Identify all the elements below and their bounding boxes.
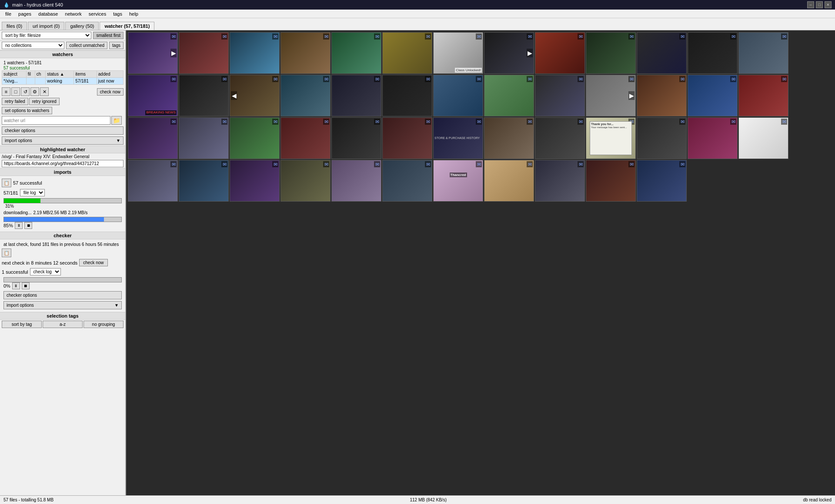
image-cell[interactable]: ✉: [484, 75, 534, 116]
image-cell[interactable]: ✉: [128, 160, 178, 202]
checker-options-button[interactable]: checker options: [2, 126, 124, 135]
image-cell[interactable]: ✉: [331, 160, 381, 202]
image-cell[interactable]: ✉: [433, 75, 483, 116]
check-now-button[interactable]: check now: [97, 88, 124, 96]
image-cell[interactable]: ✉: [637, 75, 687, 116]
image-cell[interactable]: ✉: [382, 160, 432, 202]
smallest-first-button[interactable]: smallest first: [93, 32, 124, 39]
image-cell[interactable]: ✉: [382, 32, 432, 74]
image-cell[interactable]: ✉: [382, 117, 432, 159]
checker-log-icon-btn[interactable]: 📋: [2, 249, 11, 257]
image-cell[interactable]: ✉: [637, 160, 687, 202]
set-options-button[interactable]: set options to watchers: [2, 107, 52, 114]
import-options-button[interactable]: import options ▼: [2, 136, 124, 145]
image-cell[interactable]: ✉: [230, 32, 280, 74]
import-log-icon-btn[interactable]: 📋: [2, 179, 11, 187]
tags-button[interactable]: tags: [109, 42, 124, 49]
image-cell[interactable]: ✉: [535, 75, 585, 116]
image-cell-dialog[interactable]: ✉ Thank you for... Your message has been…: [586, 117, 636, 159]
maximize-button[interactable]: □: [816, 1, 823, 8]
image-cell[interactable]: ✉: [738, 32, 788, 74]
dl-stop-btn[interactable]: ⏹: [24, 222, 32, 229]
close-button[interactable]: ✕: [825, 1, 832, 8]
col-subject[interactable]: subject: [2, 71, 27, 78]
col-ch[interactable]: ch: [35, 71, 46, 78]
image-cell[interactable]: ✉: [281, 117, 331, 159]
image-cell[interactable]: ✉: [179, 160, 229, 202]
icon-grid-btn[interactable]: □: [11, 87, 20, 96]
image-cell[interactable]: ✉: [688, 117, 738, 159]
image-cell[interactable]: ✉: [484, 160, 534, 202]
image-cell[interactable]: ✉: [535, 160, 585, 202]
image-cell[interactable]: ✉ ▶: [484, 32, 534, 74]
watcher-url-input[interactable]: [2, 116, 110, 125]
retry-ignored-button[interactable]: retry ignored: [29, 98, 60, 105]
collect-unmatched-button[interactable]: collect unmatched: [66, 42, 107, 49]
menu-database[interactable]: database: [35, 10, 61, 17]
menu-help[interactable]: help: [126, 10, 142, 17]
image-cell[interactable]: ✉: [281, 75, 331, 116]
sort-by-tag-btn[interactable]: sort by tag: [2, 321, 42, 328]
menu-tags[interactable]: tags: [110, 10, 126, 17]
grouping-btn[interactable]: no grouping: [84, 321, 124, 328]
folder-button[interactable]: 📁: [111, 116, 122, 125]
col-status[interactable]: status ▲: [46, 71, 74, 78]
menu-services[interactable]: services: [85, 10, 110, 17]
image-cell[interactable]: ✉: [382, 75, 432, 116]
image-cell[interactable]: ✉: [281, 160, 331, 202]
minimize-button[interactable]: –: [807, 1, 814, 8]
col-fil[interactable]: fil: [26, 71, 35, 78]
checker-import-options-btn[interactable]: import options ▼: [3, 301, 122, 309]
image-cell[interactable]: ✉: [637, 117, 687, 159]
image-cell[interactable]: ✉: [688, 75, 738, 116]
image-cell[interactable]: ✉: [230, 117, 280, 159]
image-cell[interactable]: ✉: [637, 32, 687, 74]
image-cell[interactable]: ✉: [331, 117, 381, 159]
sort-dropdown[interactable]: sort by file: filesize: [2, 32, 91, 39]
image-cell[interactable]: ✉: [281, 32, 331, 74]
checker-check-now-btn[interactable]: check now: [79, 259, 107, 266]
watcher-row[interactable]: */xivg... working 57/181 just now: [2, 78, 124, 85]
tab-url-import[interactable]: url import (0): [28, 22, 64, 30]
image-cell[interactable]: ✉: [535, 117, 585, 159]
image-cell[interactable]: ✉: [586, 32, 636, 74]
tab-watcher[interactable]: watcher (57, 57/181): [100, 22, 154, 30]
image-cell[interactable]: ✉ Thancred: [433, 160, 483, 202]
az-btn[interactable]: a-z: [43, 321, 83, 328]
menu-file[interactable]: file: [2, 10, 15, 17]
image-cell[interactable]: ✉ Class Unlocked!: [433, 32, 483, 74]
image-cell[interactable]: ✉: [179, 75, 229, 116]
image-cell[interactable]: ✉: [586, 160, 636, 202]
image-cell[interactable]: ✉: [230, 160, 280, 202]
image-cell[interactable]: ✉: [484, 117, 534, 159]
col-added[interactable]: added: [97, 71, 123, 78]
checker-stop-btn[interactable]: ⏹: [22, 282, 30, 289]
file-log-select[interactable]: file log: [20, 189, 45, 196]
checker-pause-btn[interactable]: ⏸: [12, 282, 20, 289]
tab-files[interactable]: files (0): [2, 22, 27, 30]
image-cell[interactable]: ◀ ✉: [230, 75, 280, 116]
image-cell[interactable]: ✉: [535, 32, 585, 74]
image-cell[interactable]: ✉: [331, 75, 381, 116]
image-cell[interactable]: ✉: [688, 32, 738, 74]
image-cell[interactable]: ✉: [331, 32, 381, 74]
tab-gallery[interactable]: gallery (50): [65, 22, 99, 30]
icon-list-btn[interactable]: ≡: [2, 87, 10, 96]
image-cell[interactable]: ✉ BREAKING NEWS: [128, 75, 178, 116]
checker-options-btn2[interactable]: checker options: [3, 291, 122, 299]
col-items[interactable]: items: [74, 71, 97, 78]
menu-pages[interactable]: pages: [15, 10, 35, 17]
image-cell[interactable]: ✉ ▶: [128, 32, 178, 74]
collections-dropdown[interactable]: no collections: [2, 42, 64, 49]
check-log-select[interactable]: check log: [30, 268, 61, 275]
icon-settings-btn[interactable]: ⚙: [30, 87, 39, 96]
dl-pause-btn[interactable]: ⏸: [15, 222, 23, 229]
image-cell[interactable]: ✉: [738, 117, 788, 159]
icon-refresh-btn[interactable]: ↺: [21, 87, 30, 96]
right-panel[interactable]: ✉ ▶ ✉ ✉ ✉ ✉ ✉ ✉ Class Unlocked!: [126, 30, 835, 503]
image-cell[interactable]: ✉: [738, 75, 788, 116]
icon-close-btn[interactable]: ✕: [40, 87, 49, 96]
image-cell[interactable]: ✉: [179, 32, 229, 74]
image-cell[interactable]: ✉: [128, 117, 178, 159]
retry-failed-button[interactable]: retry failed: [2, 98, 28, 105]
